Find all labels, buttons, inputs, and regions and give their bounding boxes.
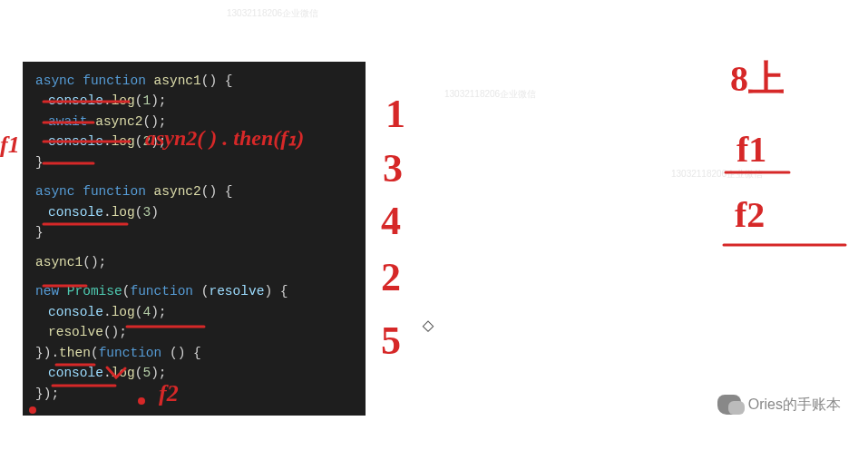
code-line: async1(); — [35, 252, 353, 272]
output-num: 4 — [381, 199, 401, 243]
code-line: await async2(); — [35, 112, 353, 132]
code-line: console.log(3) — [35, 202, 353, 222]
code-line: console.log(2); — [35, 132, 353, 152]
annotation-right-f2: f2 — [735, 194, 765, 235]
code-block: async function async1() { console.log(1)… — [23, 62, 366, 416]
wechat-icon — [717, 395, 741, 415]
code-line: resolve(); — [35, 322, 353, 342]
output-num: 2 — [381, 255, 401, 299]
output-num: 1 — [385, 92, 405, 136]
code-line: new Promise(function (resolve) { — [35, 281, 353, 301]
code-line: console.log(5); — [35, 363, 353, 383]
code-line: } — [35, 152, 353, 172]
channel-name: Ories的手账本 — [748, 396, 841, 415]
output-num: 3 — [383, 146, 403, 191]
code-line: async function async1() { — [35, 71, 353, 91]
code-line: console.log(1); — [35, 91, 353, 111]
code-line: }); — [35, 384, 353, 404]
annotation-right-f1: f1 — [736, 129, 766, 170]
annotation-f1: f1 — [0, 132, 20, 158]
code-line: async function async2() { — [35, 181, 353, 201]
watermark: 13032118206企业微信 — [227, 7, 318, 20]
code-line: } — [35, 222, 353, 242]
annotation-right-top: 8上 — [730, 58, 785, 99]
watermark: 13032118206企业微信 — [671, 168, 763, 181]
code-line: console.log(4); — [35, 302, 353, 322]
channel-badge: Ories的手账本 — [717, 395, 841, 415]
output-num: 5 — [381, 318, 401, 363]
svg-rect-2 — [423, 321, 433, 331]
watermark: 13032118206企业微信 — [444, 88, 536, 101]
code-line: }).then(function () { — [35, 343, 353, 363]
